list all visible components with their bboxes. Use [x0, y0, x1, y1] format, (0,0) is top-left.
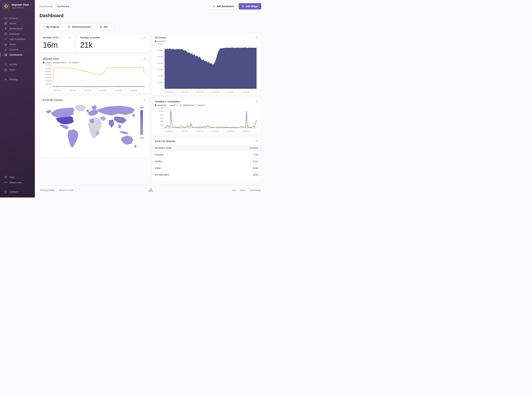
sidebar-collapse-button[interactable]: Collapse	[0, 189, 35, 194]
table-row: Chrome 7.7m	[152, 151, 261, 158]
sidebar-item-label: Stats	[10, 68, 15, 71]
environments-filter[interactable]: All Environments	[65, 24, 97, 30]
widget-expand-icon[interactable]	[143, 36, 146, 39]
sidebar-item-settings[interactable]: Settings	[0, 77, 35, 82]
table-header-browser-name: BROWSER.NAME	[152, 145, 219, 151]
sidebar-item-label: Dashboards	[10, 53, 22, 56]
svg-text:40,000: 40,000	[46, 74, 51, 76]
browser-name-cell: Go-http-client	[152, 171, 219, 178]
browser-name-cell: Firefox	[152, 158, 219, 165]
svg-text:4:00 AM: 4:00 AM	[227, 91, 234, 93]
sidebar-item-help[interactable]: Help	[0, 174, 35, 180]
sidebar-item-dashboards[interactable]: Dashboards	[0, 52, 35, 57]
svg-text:30,000: 30,000	[158, 69, 163, 71]
chevron-down-icon	[92, 26, 94, 28]
svg-text:12:00 AM: 12:00 AM	[99, 89, 107, 91]
settings-gear-icon	[4, 78, 7, 81]
svg-text:70,000: 70,000	[158, 43, 163, 45]
svg-text:12:00 PM: 12:00 PM	[165, 91, 173, 93]
widget-expand-icon[interactable]	[143, 57, 146, 60]
handled-unhandled-chart[interactable]: 02004006008001,0001,20012:00 PM4:00 PM8:…	[155, 106, 258, 133]
widget-all-events: All Events count() 010,00020,00030,00040…	[152, 34, 261, 95]
widget-grid: Number of Err… 16m Number of Issues	[40, 34, 261, 182]
sidebar-nav-tertiary: Settings	[0, 77, 35, 82]
map-region-scandinavia	[92, 105, 97, 110]
count-cell: 1.1m	[219, 158, 261, 165]
widget-menu-ellipsis-icon[interactable]	[251, 36, 253, 39]
sidebar-item-alerts[interactable]: Alerts	[0, 42, 35, 47]
map-region-europe	[88, 110, 98, 116]
legend-dot-navy	[43, 62, 44, 63]
environments-filter-label: All Environments	[72, 26, 91, 28]
svg-text:20,000: 20,000	[158, 75, 163, 77]
api-link[interactable]: API	[232, 189, 236, 192]
sidebar-item-releases[interactable]: Releases	[0, 31, 35, 36]
org-switcher[interactable]: Empower Plant Jane Schmidt	[0, 0, 35, 12]
performance-icon	[4, 27, 7, 30]
widget-menu-ellipsis-icon[interactable]	[251, 140, 253, 143]
map-region-japan	[132, 114, 135, 117]
sidebar-item-stats[interactable]: Stats	[0, 67, 35, 72]
breadcrumb-dashboards-link[interactable]: Dashboards	[40, 5, 53, 8]
header-actions: Edit Dashboard Add Widget	[210, 3, 261, 10]
widget-menu-ellipsis-icon[interactable]	[139, 99, 141, 101]
project-icon	[42, 26, 45, 28]
svg-text:800: 800	[160, 114, 163, 116]
browser-name-cell: Safari	[152, 165, 219, 171]
widget-menu-ellipsis-icon[interactable]	[139, 36, 141, 39]
svg-text:60,000: 60,000	[158, 49, 163, 51]
projects-filter-label: My Projects	[46, 26, 59, 28]
issues-icon	[4, 22, 7, 25]
widget-title: Handled v. Unhandled	[155, 100, 180, 103]
number-of-errors-value: 16m	[43, 40, 71, 49]
terms-of-use-link[interactable]: Terms of Use	[59, 189, 73, 192]
affected-users-chart[interactable]: 010,00020,00030,00040,00050,00060,00070,…	[43, 64, 146, 92]
svg-text:4:00 PM: 4:00 PM	[181, 91, 188, 93]
map-region-indochina	[118, 125, 121, 129]
map-region-united-kingdom	[86, 110, 89, 112]
all-events-chart[interactable]: 010,00020,00030,00040,00050,00060,00070,…	[155, 43, 258, 93]
count-cell: 331k	[219, 171, 261, 178]
widget-menu-ellipsis-icon[interactable]	[64, 36, 66, 39]
projects-filter[interactable]: My Projects	[40, 24, 65, 30]
add-widget-button[interactable]: Add Widget	[239, 3, 261, 10]
sidebar-item-activity[interactable]: Activity	[0, 62, 35, 67]
legend-label: Unhandled : count()	[183, 104, 206, 106]
widget-errors-by-browser: Errors By Browser BROWSER.NAME COUNT()	[152, 137, 261, 182]
sidebar-item-performance[interactable]: Performance	[0, 26, 35, 31]
chevron-down-icon	[30, 4, 32, 6]
chart-legend: count_unique(user) count()	[43, 61, 146, 64]
map-legend-low-label: Low	[140, 137, 144, 139]
svg-text:200: 200	[160, 124, 163, 126]
topbar: Dashboards › Dashboard Edit Dashboard Ad…	[40, 3, 261, 10]
widget-expand-icon[interactable]	[255, 100, 258, 103]
table-row: Firefox 1.1m	[152, 158, 261, 165]
widget-expand-icon[interactable]	[143, 99, 146, 101]
widget-expand-icon[interactable]	[69, 36, 71, 39]
table-row: Go-http-client 331k	[152, 171, 261, 178]
legend-label: Handled : count()	[157, 104, 178, 106]
contribute-link[interactable]: Contribute	[250, 189, 261, 192]
sidebar-item-issues[interactable]: Issues	[0, 21, 35, 26]
time-range-filter[interactable]: 24H	[97, 24, 114, 30]
svg-text:0: 0	[162, 127, 163, 129]
widget-expand-icon[interactable]	[255, 36, 258, 39]
widget-menu-ellipsis-icon[interactable]	[139, 57, 141, 60]
edit-dashboard-button[interactable]: Edit Dashboard	[210, 3, 236, 10]
widget-menu-ellipsis-icon[interactable]	[251, 100, 253, 103]
map-region-india	[109, 120, 114, 128]
privacy-policy-link[interactable]: Privacy Policy	[40, 189, 55, 192]
breadcrumb: Dashboards › Dashboard	[40, 5, 69, 8]
sidebar-item-whats-new[interactable]: What's new	[0, 180, 35, 185]
sidebar-item-projects[interactable]: Projects	[0, 16, 35, 21]
sidebar-item-user-feedback[interactable]: User Feedback	[0, 36, 35, 42]
map-region-alaska	[45, 110, 52, 113]
legend-dot-navy	[155, 41, 157, 42]
sidebar-item-discover[interactable]: Discover	[0, 47, 35, 52]
dashboards-icon	[4, 53, 7, 56]
activity-icon	[4, 63, 7, 66]
docs-link[interactable]: Docs	[240, 189, 246, 192]
count-cell: 7.7m	[219, 151, 261, 158]
widget-expand-icon[interactable]	[255, 140, 258, 143]
sidebar-item-label: Issues	[10, 22, 16, 25]
